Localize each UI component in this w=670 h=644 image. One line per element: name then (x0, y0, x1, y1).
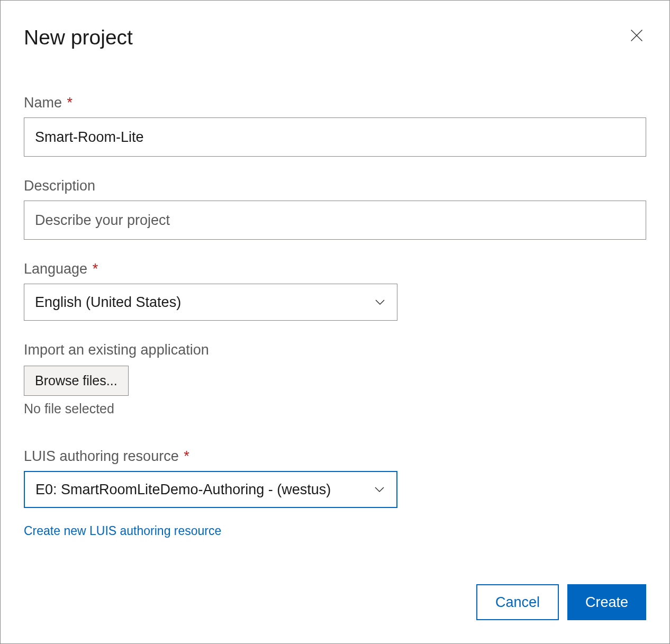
close-button[interactable] (627, 26, 646, 45)
dialog-footer: Cancel Create (476, 584, 646, 620)
required-indicator: * (93, 261, 98, 277)
import-label: Import an existing application (24, 342, 646, 358)
required-indicator: * (67, 95, 73, 111)
language-value: English (United States) (35, 294, 374, 311)
close-icon (629, 28, 644, 43)
language-dropdown[interactable]: English (United States) (24, 284, 397, 321)
description-field: Description (24, 178, 646, 240)
cancel-button[interactable]: Cancel (476, 584, 559, 620)
name-field: Name * (24, 95, 646, 157)
create-luis-link[interactable]: Create new LUIS authoring resource (24, 524, 221, 538)
new-project-dialog: New project Name * Description Language … (0, 0, 670, 644)
browse-files-button[interactable]: Browse files... (24, 366, 129, 396)
language-field: Language * English (United States) (24, 261, 646, 321)
luis-section: LUIS authoring resource * E0: SmartRoomL… (24, 448, 646, 538)
luis-dropdown[interactable]: E0: SmartRoomLiteDemo-Authoring - (westu… (24, 471, 397, 508)
dialog-title: New project (24, 26, 133, 49)
chevron-down-icon (374, 296, 386, 309)
name-label: Name * (24, 95, 646, 111)
required-indicator: * (184, 448, 189, 464)
description-label: Description (24, 178, 646, 194)
create-button[interactable]: Create (567, 584, 646, 620)
dialog-header: New project (24, 26, 646, 49)
language-label: Language * (24, 261, 646, 277)
luis-label: LUIS authoring resource * (24, 448, 646, 465)
name-input[interactable] (24, 117, 646, 157)
import-section: Import an existing application Browse fi… (24, 342, 646, 416)
description-input[interactable] (24, 201, 646, 240)
luis-value: E0: SmartRoomLiteDemo-Authoring - (westu… (35, 482, 373, 498)
chevron-down-icon (373, 483, 386, 496)
file-status: No file selected (24, 401, 646, 416)
